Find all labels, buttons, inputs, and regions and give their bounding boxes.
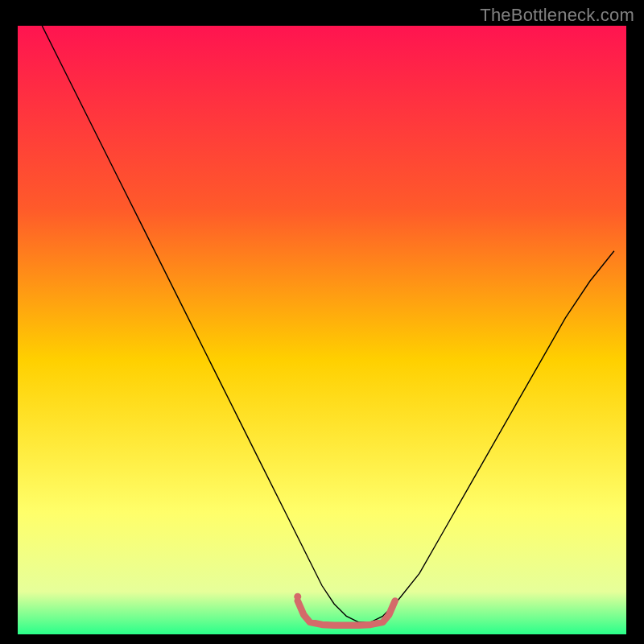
- optimal-range-start-dot: [294, 593, 301, 601]
- plot-area: [18, 26, 626, 634]
- chart-svg: [18, 26, 626, 634]
- gradient-background: [18, 26, 626, 634]
- watermark-text: TheBottleneck.com: [480, 5, 634, 26]
- chart-stage: TheBottleneck.com: [0, 0, 644, 644]
